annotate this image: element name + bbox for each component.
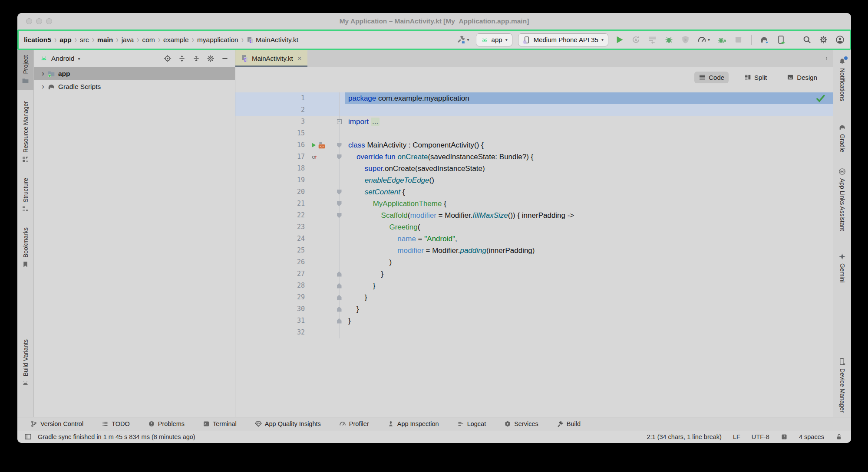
mode-button-design[interactable]: Design bbox=[782, 72, 822, 83]
code-line-text[interactable] bbox=[345, 104, 833, 116]
run-icon[interactable] bbox=[311, 142, 317, 148]
stop-button[interactable] bbox=[733, 34, 744, 45]
breadcrumb-item-lication5[interactable]: lication5 bbox=[24, 36, 51, 44]
chevron-right-icon[interactable]: › bbox=[42, 82, 44, 90]
code-line-text[interactable]: override fun onCreate(savedInstanceState… bbox=[345, 151, 833, 163]
close-tab-icon[interactable]: × bbox=[297, 54, 302, 63]
code-line-text[interactable]: import ... bbox=[345, 116, 833, 128]
build-run-configurations-button[interactable]: ▾ bbox=[456, 34, 470, 45]
chevron-right-icon[interactable]: › bbox=[42, 69, 44, 77]
kebab-menu-icon[interactable] bbox=[825, 55, 833, 62]
fold-marker-folded[interactable]: + bbox=[337, 119, 342, 124]
breadcrumb-item-mainactivity-kt[interactable]: MainActivity.kt bbox=[247, 36, 298, 44]
apply-code-changes-button[interactable] bbox=[647, 34, 658, 45]
event-log[interactable] bbox=[781, 433, 788, 440]
code-line-text[interactable]: } bbox=[345, 292, 833, 303]
fold-marker-open[interactable] bbox=[337, 154, 342, 160]
code-line-text[interactable]: } bbox=[345, 315, 833, 327]
code-line-text[interactable]: name = "Android", bbox=[345, 233, 833, 245]
toolwindow-tab-app-inspection[interactable]: App Inspection bbox=[385, 420, 442, 428]
indent-setting[interactable]: 4 spaces bbox=[799, 433, 824, 440]
code-line-text[interactable]: Greeting( bbox=[345, 221, 833, 233]
tree-item-app[interactable]: ›app bbox=[34, 67, 235, 80]
code-line-text[interactable]: } bbox=[345, 303, 833, 315]
stripe-tab-app-links-assistant[interactable]: App Links Assistant bbox=[833, 163, 851, 236]
tool-window-layout-icon[interactable] bbox=[24, 433, 32, 440]
search-everywhere-button[interactable] bbox=[802, 34, 812, 45]
run-button[interactable] bbox=[614, 34, 625, 45]
code-line-text[interactable]: package com.example.myapplication bbox=[345, 92, 833, 104]
settings-button[interactable] bbox=[818, 34, 829, 45]
code-line-text[interactable] bbox=[345, 327, 833, 338]
stripe-tab-device-manager[interactable]: Device Manager bbox=[833, 353, 851, 418]
breadcrumb-item-com[interactable]: com bbox=[142, 36, 155, 44]
hide-icon[interactable] bbox=[221, 55, 229, 62]
stripe-tab-resource-manager[interactable]: Resource Manager bbox=[17, 96, 33, 168]
fold-marker-end[interactable] bbox=[337, 307, 342, 312]
breadcrumb-item-main[interactable]: main bbox=[97, 36, 113, 44]
mode-button-split[interactable]: Split bbox=[740, 72, 771, 83]
fold-marker-end[interactable] bbox=[337, 318, 342, 324]
code-line-text[interactable]: ) bbox=[345, 256, 833, 268]
fold-marker-end[interactable] bbox=[337, 283, 342, 288]
toolwindow-tab-logcat[interactable]: Logcat bbox=[455, 420, 489, 428]
breadcrumb-item-src[interactable]: src bbox=[80, 36, 89, 44]
caret-position[interactable]: 2:1 (34 chars, 1 line break) bbox=[647, 433, 721, 440]
stripe-tab-gemini[interactable]: Gemini bbox=[833, 248, 851, 288]
run-config-select[interactable]: app▾ bbox=[476, 33, 512, 46]
fold-marker-open[interactable] bbox=[337, 201, 342, 206]
breadcrumb-item-example[interactable]: example bbox=[163, 36, 189, 44]
fold-marker-end[interactable] bbox=[337, 272, 342, 277]
code-line-text[interactable]: modifier = Modifier.padding(innerPadding… bbox=[345, 245, 833, 256]
toolwindow-tab-todo[interactable]: TODO bbox=[99, 420, 132, 428]
stripe-tab-build-variants[interactable]: Build Variants bbox=[17, 334, 33, 392]
toolwindow-tab-services[interactable]: Services bbox=[502, 420, 541, 428]
code-line-text[interactable]: enableEdgeToEdge() bbox=[345, 174, 833, 186]
code-line-text[interactable]: super.onCreate(savedInstanceState) bbox=[345, 163, 833, 174]
fold-marker-open[interactable] bbox=[337, 143, 342, 148]
tree-item-gradle-scripts[interactable]: ›Gradle Scripts bbox=[34, 80, 235, 93]
stripe-tab-notifications[interactable]: Notifications bbox=[833, 52, 851, 106]
mode-button-code[interactable]: Code bbox=[694, 72, 729, 83]
editor-tab-mainactivity[interactable]: MainActivity.kt × bbox=[235, 50, 307, 67]
collapse-all-icon[interactable] bbox=[192, 55, 200, 62]
inspections-status-icon[interactable] bbox=[815, 93, 826, 104]
profiler-button[interactable]: ▾ bbox=[696, 34, 711, 45]
fold-marker-end[interactable] bbox=[337, 295, 342, 300]
account-button[interactable] bbox=[835, 34, 845, 45]
fold-marker-open[interactable] bbox=[337, 213, 342, 218]
toolwindow-tab-version-control[interactable]: Version Control bbox=[28, 420, 86, 428]
fold-marker-open[interactable] bbox=[337, 190, 342, 195]
override-method-icon[interactable] bbox=[311, 154, 317, 160]
compose-preview-icon[interactable]: <> bbox=[318, 141, 326, 149]
code-line-text[interactable]: } bbox=[345, 280, 833, 292]
code-line-text[interactable]: MyApplicationTheme { bbox=[345, 198, 833, 210]
project-view-selector[interactable]: Android bbox=[51, 55, 74, 62]
breadcrumb-item-myapplication[interactable]: myapplication bbox=[197, 36, 238, 44]
sync-devices-button[interactable] bbox=[776, 34, 786, 45]
file-encoding[interactable]: UTF-8 bbox=[752, 433, 769, 440]
breadcrumb-item-java[interactable]: java bbox=[122, 36, 134, 44]
stripe-tab-bookmarks[interactable]: Bookmarks bbox=[17, 222, 33, 273]
expand-all-icon[interactable] bbox=[178, 55, 186, 62]
locate-icon[interactable] bbox=[164, 55, 172, 62]
attach-debugger-button[interactable] bbox=[716, 34, 727, 45]
toolwindow-tab-app-quality-insights[interactable]: App Quality Insights bbox=[252, 420, 323, 428]
stripe-tab-gradle[interactable]: Gradle bbox=[833, 118, 851, 157]
code-line-text[interactable] bbox=[345, 128, 833, 139]
line-separator[interactable]: LF bbox=[733, 433, 740, 440]
stripe-tab-structure[interactable]: Structure bbox=[17, 173, 33, 218]
stripe-tab-project[interactable]: Project bbox=[17, 50, 33, 90]
code-line-text[interactable]: } bbox=[345, 268, 833, 280]
profile-app-button[interactable] bbox=[680, 34, 691, 45]
device-select[interactable]: Medium Phone API 35▾ bbox=[518, 33, 608, 46]
code-line-text[interactable]: class MainActivity : ComponentActivity()… bbox=[345, 139, 833, 151]
toolwindow-tab-build[interactable]: Build bbox=[554, 420, 583, 428]
code-line-text[interactable]: setContent { bbox=[345, 186, 833, 198]
toolwindow-tab-terminal[interactable]: Terminal bbox=[200, 420, 239, 428]
code-editor[interactable]: 1package com.example.myapplication23+imp… bbox=[235, 87, 833, 417]
breadcrumb-item-app[interactable]: app bbox=[59, 36, 72, 44]
debug-button[interactable] bbox=[663, 34, 674, 45]
apply-changes-button[interactable] bbox=[630, 34, 641, 45]
gradle-sync-button[interactable] bbox=[759, 34, 770, 45]
